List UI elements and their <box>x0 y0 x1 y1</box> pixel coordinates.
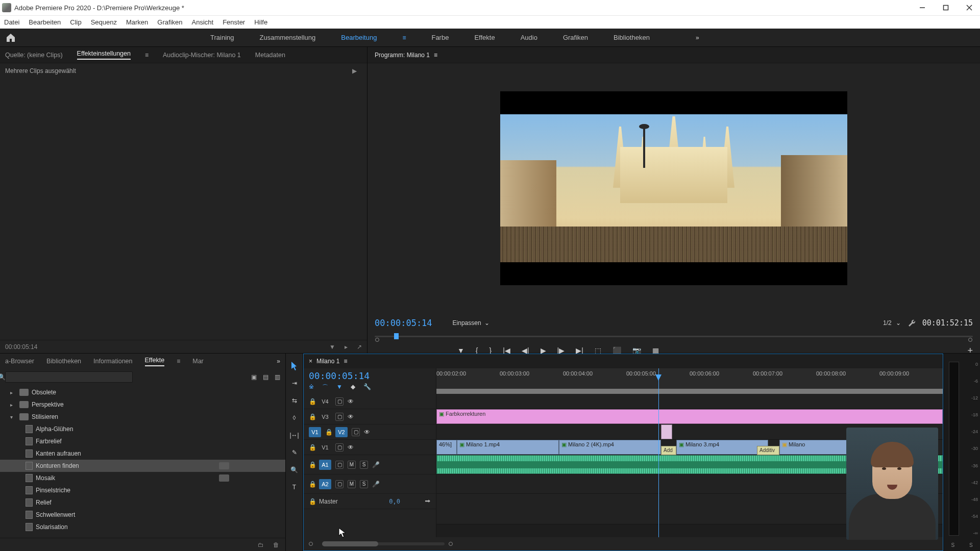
link-icon[interactable]: ⌒ <box>322 383 328 392</box>
tab-info[interactable]: Informationen <box>93 358 132 365</box>
folder-stilisieren[interactable]: ▾Stilisieren <box>0 411 285 423</box>
lock-icon[interactable]: 🔒 <box>325 429 331 436</box>
ws-menu-icon[interactable]: ≡ <box>402 34 406 41</box>
src-v1[interactable]: V1 <box>309 427 321 437</box>
effect-solar[interactable]: Solarisation <box>0 521 285 533</box>
program-menu-icon[interactable]: ≡ <box>434 52 437 59</box>
track-v2[interactable]: V1🔒V2▢👁 <box>304 424 436 440</box>
eye-icon[interactable]: 👁 <box>348 398 356 405</box>
menu-fenster[interactable]: Fenster <box>223 18 245 26</box>
sync-lock-icon[interactable]: ▢ <box>352 428 360 436</box>
eye-icon[interactable]: 👁 <box>348 444 356 451</box>
track-a1[interactable]: 🔒A1▢MS🎤 <box>304 455 436 474</box>
lock-icon[interactable]: 🔒 <box>309 398 315 405</box>
type-tool-icon[interactable]: T <box>289 482 300 492</box>
lock-icon[interactable]: 🔒 <box>309 498 315 505</box>
ws-farbe[interactable]: Farbe <box>431 34 449 41</box>
effect-relief[interactable]: Relief <box>0 496 285 509</box>
sync-lock-icon[interactable]: ▢ <box>335 443 344 452</box>
solo-left-icon[interactable]: S <box>951 542 954 548</box>
sync-lock-icon[interactable]: ▢ <box>335 461 344 469</box>
selection-tool-icon[interactable] <box>289 361 300 371</box>
folder-perspektive[interactable]: ▸Perspektive <box>0 398 285 411</box>
eye-icon[interactable]: 👁 <box>364 429 372 436</box>
track-v3[interactable]: 🔒V3▢👁 <box>304 409 436 424</box>
ws-audio[interactable]: Audio <box>521 34 537 41</box>
close-seq-icon[interactable]: × <box>309 358 312 365</box>
razor-tool-icon[interactable]: ◊ <box>289 413 300 423</box>
effect-kanten[interactable]: Kanten aufrauen <box>0 447 285 460</box>
tab-quelle[interactable]: Quelle: (keine Clips) <box>5 52 63 59</box>
effect-schwellen[interactable]: Schwellenwert <box>0 509 285 521</box>
settings-wrench-icon[interactable] <box>908 319 916 327</box>
marker-icon[interactable]: ▼ <box>336 383 342 392</box>
sync-lock-icon[interactable]: ▢ <box>335 397 344 406</box>
menu-hilfe[interactable]: Hilfe <box>254 18 267 26</box>
track-v1[interactable]: 🔒V1▢👁 <box>304 440 436 455</box>
snap-icon[interactable]: ※ <box>309 383 314 392</box>
track-a2[interactable]: 🔒A2▢MS🎤 <box>304 474 436 494</box>
tab-biblio[interactable]: Bibliotheken <box>46 358 81 365</box>
effect-konturen[interactable]: Konturen finden <box>0 460 285 472</box>
ws-bearbeitung[interactable]: Bearbeitung <box>341 34 377 41</box>
effect-alpha[interactable]: Alpha-Glühen <box>0 423 285 435</box>
tab-menu-icon[interactable]: ≡ <box>145 52 149 59</box>
menu-sequenz[interactable]: Sequenz <box>91 18 117 26</box>
sync-lock-icon[interactable]: ▢ <box>335 480 344 488</box>
sync-lock-icon[interactable]: ▢ <box>335 413 344 421</box>
program-timecode[interactable]: 00:00:05:14 <box>375 318 432 328</box>
menu-bearbeiten[interactable]: Bearbeiten <box>29 18 61 26</box>
mic-icon[interactable]: 🎤 <box>372 481 380 488</box>
delete-icon[interactable]: 🗑 <box>273 541 279 548</box>
32bit-icon[interactable]: ▤ <box>263 373 268 381</box>
filter-icon[interactable]: ▼ <box>329 343 335 350</box>
lock-icon[interactable]: 🔒 <box>309 413 315 420</box>
expand-icon[interactable]: ⮕ <box>425 498 431 505</box>
time-ruler[interactable]: 00:00:02:00 00:00:03:00 00:00:04:00 00:0… <box>436 368 943 394</box>
effect-mosaik[interactable]: Mosaik <box>0 472 285 484</box>
tab-effekteinst[interactable]: Effekteinstellungen <box>77 50 131 60</box>
ws-grafiken[interactable]: Grafiken <box>563 34 588 41</box>
insert-icon[interactable]: ▸ <box>345 343 348 350</box>
src-a1[interactable]: A1 <box>319 460 331 470</box>
menu-marken[interactable]: Marken <box>126 18 148 26</box>
menu-grafiken[interactable]: Grafiken <box>157 18 182 26</box>
effect-pinsel[interactable]: Pinselstriche <box>0 484 285 496</box>
tab-audiomischer[interactable]: Audioclip-Mischer: Milano 1 <box>163 52 241 59</box>
effect-farbrelief[interactable]: Farbrelief <box>0 435 285 447</box>
menu-clip[interactable]: Clip <box>70 18 81 26</box>
eye-icon[interactable]: 👁 <box>348 413 356 420</box>
home-icon[interactable] <box>5 33 16 43</box>
effects-search-input[interactable] <box>5 371 133 383</box>
tab-browser[interactable]: a-Browser <box>5 358 34 365</box>
add-marker-icon[interactable]: ◆ <box>351 383 355 392</box>
pen-tool-icon[interactable]: ✎ <box>289 447 300 458</box>
accel-icon[interactable]: ▣ <box>251 373 257 381</box>
solo-icon[interactable]: S <box>360 480 368 488</box>
program-title[interactable]: Programm: Milano 1 <box>375 52 430 59</box>
mute-icon[interactable]: M <box>348 480 356 488</box>
track-v4[interactable]: 🔒V4▢👁 <box>304 394 436 409</box>
menu-ansicht[interactable]: Ansicht <box>191 18 213 26</box>
zoom-fit-dropdown[interactable]: Einpassen⌄ <box>453 319 489 327</box>
mute-icon[interactable]: M <box>348 461 356 469</box>
close-button[interactable] <box>965 3 974 12</box>
ws-training[interactable]: Training <box>210 34 234 41</box>
minimize-button[interactable] <box>918 3 927 12</box>
effects-tree[interactable]: ▸Obsolete ▸Perspektive ▾Stilisieren Alph… <box>0 385 285 538</box>
ws-effekte[interactable]: Effekte <box>474 34 495 41</box>
zoom-slider[interactable] <box>322 542 445 545</box>
timeline-timecode[interactable]: 00:00:05:14 <box>309 370 431 381</box>
tab-mar[interactable]: Mar <box>192 358 204 365</box>
lock-icon[interactable]: 🔒 <box>309 481 315 488</box>
program-monitor[interactable] <box>368 63 980 313</box>
export-icon[interactable]: ↗ <box>357 343 362 350</box>
new-bin-icon[interactable]: 🗀 <box>258 541 264 548</box>
seq-menu-icon[interactable]: ≡ <box>344 358 347 365</box>
solo-right-icon[interactable]: S <box>969 542 973 548</box>
ripple-tool-icon[interactable]: ⇆ <box>289 395 300 406</box>
settings-icon[interactable]: 🔧 <box>363 383 371 392</box>
lock-icon[interactable]: 🔒 <box>309 444 315 451</box>
maximize-button[interactable] <box>941 3 950 12</box>
tab-effekte[interactable]: Effekte <box>145 357 165 366</box>
